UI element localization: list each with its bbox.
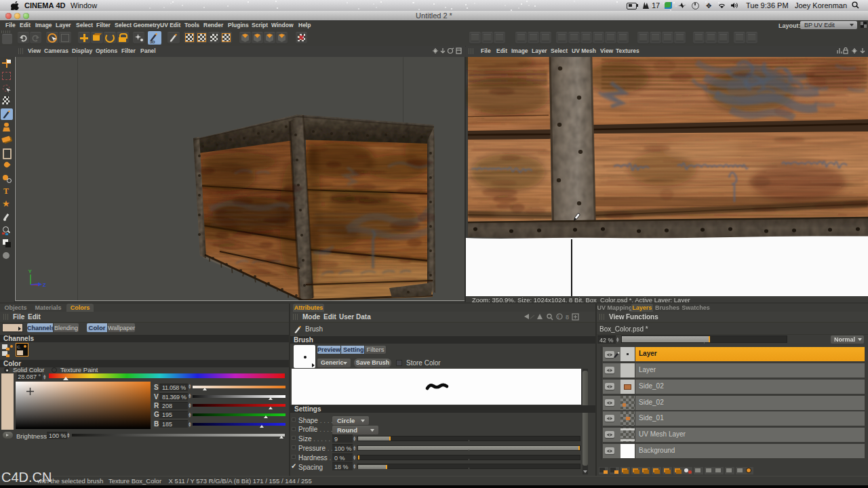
svg-text:i: i xyxy=(558,314,559,319)
svg-text:8: 8 xyxy=(566,314,569,321)
